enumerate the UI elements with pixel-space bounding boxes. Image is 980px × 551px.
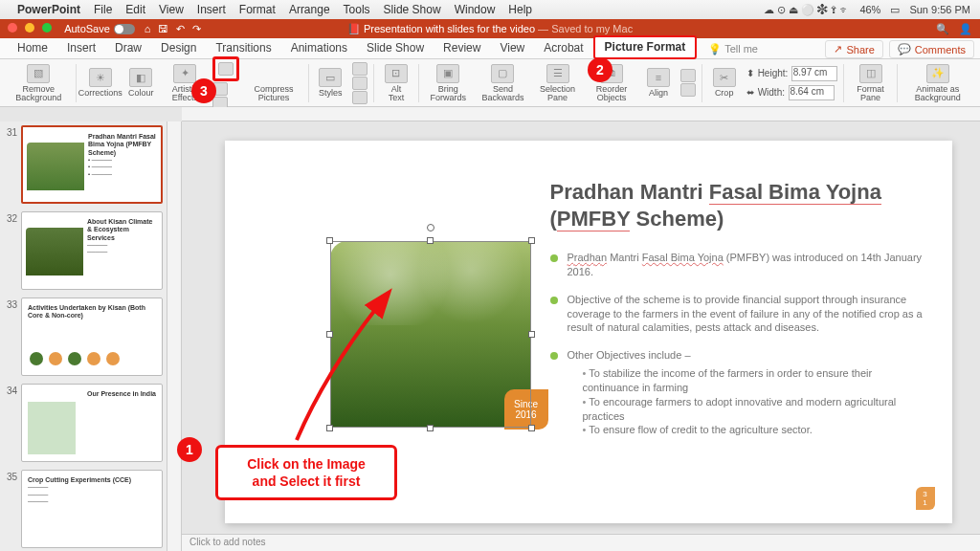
selection-pane-button[interactable]: ☰Selection Pane [532,61,583,105]
undo-icon[interactable]: ↶ [176,23,185,35]
mac-menubar: PowerPoint File Edit View Insert Format … [0,0,980,19]
corrections-button[interactable]: ☀Corrections [79,61,121,105]
share-button[interactable]: ↗ Share [825,40,882,58]
ribbon-tabs: Home Insert Draw Design Transitions Anim… [0,38,980,59]
battery-icon: ▭ [890,4,900,16]
rotate-button[interactable] [680,83,696,97]
tab-slideshow[interactable]: Slide Show [357,38,434,58]
close-icon[interactable] [8,23,17,33]
main-area: 31 Pradhan Mantri Fasal Bima Yojna (PMFB… [0,121,980,551]
resize-handle[interactable] [528,331,535,338]
menu-format[interactable]: Format [239,3,276,16]
tab-picture-format[interactable]: Picture Format [593,35,698,59]
compress-pictures-button[interactable] [212,56,239,81]
thumbnail-slide-34[interactable]: Our Presence in India [21,384,163,462]
thumbnail-slide-35[interactable]: Crop Cutting Experiments (CCE)──────────… [21,470,163,548]
menu-tools[interactable]: Tools [344,3,370,16]
ruler-vertical [167,121,182,551]
thumbnail-slide-32[interactable]: About Kisan Climate & Ecosystem Services… [21,211,163,290]
group-button[interactable] [680,69,696,82]
menu-insert[interactable]: Insert [197,3,226,16]
tab-insert[interactable]: Insert [57,38,105,58]
quick-access-toolbar: ⌂ 🖫 ↶ ↷ [145,23,202,35]
comments-button[interactable]: 💬 Comments [889,40,974,58]
remove-background-button[interactable]: ▧Remove Background [6,61,72,105]
slide-thumbnails[interactable]: 31 Pradhan Mantri Fasal Bima Yojna (PMFB… [0,121,167,551]
tell-me-search[interactable]: 💡 Tell me [702,40,764,58]
picture-adjust-small [211,55,241,112]
colour-button[interactable]: ◧Colour [122,61,159,105]
arrange-small [679,67,698,99]
picture-layout-button[interactable] [352,91,368,104]
tab-draw[interactable]: Draw [105,38,151,58]
window-titlebar: AutoSave ⌂ 🖫 ↶ ↷ 📕 Presentation with sli… [0,19,980,38]
bring-forwards-button[interactable]: ▣Bring Forwards [423,61,474,105]
notes-pane[interactable]: Click to add notes [182,534,980,551]
tab-view[interactable]: View [490,38,534,58]
slide-number-badge: 31 [916,487,935,510]
app-name[interactable]: PowerPoint [17,3,80,16]
picture-border-button[interactable] [352,62,368,76]
annotation-callout: Click on the Image and Select it first [215,445,397,500]
resize-handle[interactable] [427,237,434,244]
annotation-badge-3: 3 [191,78,216,103]
picture-styles-button[interactable]: ▭Styles [312,61,348,105]
battery-percent: 46% [859,4,880,15]
maximize-icon[interactable] [42,23,52,33]
rotate-handle[interactable] [427,224,434,231]
crop-button[interactable]: ✂Crop [706,61,743,105]
height-field[interactable]: ⬍Height:8.97 cm [746,66,838,81]
menu-arrange[interactable]: Arrange [289,3,330,16]
annotation-badge-2: 2 [588,57,612,82]
slide-body[interactable]: Pradhan Mantri Fasal Bima Yojna (PMFBY) … [550,251,924,451]
autosave-label: AutoSave [64,23,110,34]
annotation-badge-1: 1 [177,437,202,462]
width-field[interactable]: ⬌Width:8.64 cm [746,85,835,100]
clock: Sun 9:56 PM [909,4,970,15]
menu-slideshow[interactable]: Slide Show [384,3,441,16]
thumb-number: 31 [4,125,17,204]
save-icon[interactable]: 🖫 [158,23,168,35]
search-icon[interactable]: 🔍 [936,23,949,35]
compress-pictures-label: Compress Pictures [243,61,303,105]
tab-review[interactable]: Review [434,38,490,58]
status-icons: ☁ ⊙ ⏏ ⚪ ✽ ⇪ ᯤ [764,4,850,16]
menu-help[interactable]: Help [508,3,532,16]
thumbnail-slide-31[interactable]: Pradhan Mantri Fasal Bima Yojna (PMFBY S… [21,125,163,204]
thumb-number: 33 [4,298,17,376]
window-controls[interactable] [8,23,56,34]
ruler-horizontal [182,107,980,121]
toggle-off-icon[interactable] [114,24,135,34]
home-icon[interactable]: ⌂ [145,23,151,35]
slide-title[interactable]: Pradhan Mantri Fasal Bima Yojna (PMFBY S… [550,179,914,231]
menu-file[interactable]: File [94,3,112,16]
resize-handle[interactable] [528,237,535,244]
menu-edit[interactable]: Edit [125,3,145,16]
thumb-number: 35 [4,470,17,548]
picture-style-small [350,60,369,106]
resize-handle[interactable] [427,425,434,431]
menu-view[interactable]: View [159,3,184,16]
account-icon[interactable]: 👤 [959,23,972,35]
annotation-arrow [268,287,421,450]
ribbon-picture-format: ▧Remove Background ☀Corrections ◧Colour … [0,59,980,107]
animate-as-background-button[interactable]: ✨Animate as Background [902,61,974,105]
thumbnail-slide-33[interactable]: Activities Undertaken by Kisan (Both Cor… [21,298,163,376]
tab-home[interactable]: Home [8,38,57,58]
send-backwards-button[interactable]: ▢Send Backwards [476,61,530,105]
picture-effects-button[interactable] [352,77,368,90]
tab-design[interactable]: Design [151,38,206,58]
tab-acrobat[interactable]: Acrobat [534,38,592,58]
format-pane-button[interactable]: ◫Format Pane [848,61,893,105]
minimize-icon[interactable] [25,23,34,33]
alt-text-button[interactable]: ⊡Alt Text [378,61,414,105]
autosave-toggle[interactable]: AutoSave [64,23,135,34]
thumb-number: 34 [4,384,17,462]
menu-window[interactable]: Window [455,3,496,16]
redo-icon[interactable]: ↷ [192,23,201,35]
resize-handle[interactable] [326,237,333,244]
resize-handle[interactable] [528,425,535,431]
align-button[interactable]: ≡Align [640,61,677,105]
tab-animations[interactable]: Animations [281,38,357,58]
thumb-number: 32 [4,211,17,290]
